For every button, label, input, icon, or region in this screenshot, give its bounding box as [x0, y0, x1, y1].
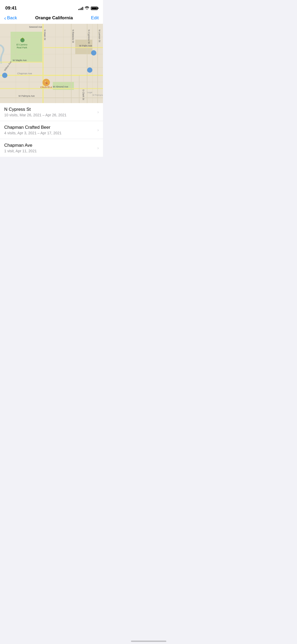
svg-text:W Palmyra Ave: W Palmyra Ave — [18, 95, 35, 97]
status-time: 09:41 — [5, 6, 17, 11]
battery-icon — [91, 7, 98, 10]
status-icons — [78, 6, 98, 10]
svg-text:W Maple Ave: W Maple Ave — [13, 59, 27, 62]
svg-text:N Lemon St: N Lemon St — [98, 30, 101, 42]
list-item-title: Chapman Crafted Beer — [4, 125, 95, 130]
svg-text:Sewood Ave: Sewood Ave — [29, 26, 42, 28]
list-item[interactable]: N Cypress St 10 visits, Mar 26, 2021 – A… — [0, 103, 103, 121]
nav-bar: ‹ Back Orange California Edit — [0, 13, 103, 24]
svg-text:Legal: Legal — [87, 91, 92, 94]
list-item-content: Chapman Crafted Beer 4 visits, Apr 3, 20… — [4, 125, 95, 135]
location-list: N Cypress St 10 visits, Mar 26, 2021 – A… — [0, 103, 103, 157]
svg-text:W Palmyra Ave: W Palmyra Ave — [92, 94, 103, 96]
page-title: Orange California — [35, 15, 73, 21]
list-item[interactable]: Chapman Crafted Beer 4 visits, Apr 3, 20… — [0, 121, 103, 139]
svg-text:N Main St: N Main St — [44, 30, 46, 40]
signal-icon — [78, 6, 83, 10]
svg-text:W Almond Ave: W Almond Ave — [53, 85, 68, 88]
svg-text:N Cypress St: N Cypress St — [88, 30, 90, 44]
svg-point-44 — [2, 73, 7, 78]
list-item-subtitle: 4 visits, Apr 3, 2021 – Apr 17, 2021 — [4, 131, 95, 135]
list-item-title: Chapman Ave — [4, 143, 95, 148]
svg-text:Real Park: Real Park — [17, 46, 27, 49]
list-item-content: Chapman Ave 1 visit, Apr 11, 2021 — [4, 143, 95, 153]
chevron-right-icon: › — [97, 128, 99, 132]
back-button[interactable]: ‹ Back — [4, 15, 17, 21]
svg-text:🌳: 🌳 — [22, 38, 24, 40]
svg-text:🍗: 🍗 — [45, 81, 48, 84]
back-chevron-icon: ‹ — [4, 15, 6, 21]
map-view[interactable]: Willow Ave N Main St N Batavia St N Cypr… — [0, 24, 103, 103]
svg-text:Chapman Ave: Chapman Ave — [17, 72, 32, 75]
list-item[interactable]: Chapman Ave 1 visit, Apr 11, 2021 › — [0, 139, 103, 157]
list-item-title: N Cypress St — [4, 107, 95, 112]
svg-text:W Palm Ave: W Palm Ave — [79, 44, 92, 47]
chevron-right-icon: › — [97, 146, 99, 150]
edit-button[interactable]: Edit — [91, 15, 99, 21]
list-item-subtitle: 10 visits, Mar 26, 2021 – Apr 26, 2021 — [4, 113, 95, 117]
chevron-right-icon: › — [97, 110, 99, 114]
svg-text:El Camino: El Camino — [16, 43, 27, 46]
wifi-icon — [85, 6, 89, 10]
svg-point-45 — [91, 50, 96, 56]
svg-point-46 — [87, 67, 92, 73]
svg-text:Chick-fil-A: Chick-fil-A — [40, 86, 53, 89]
list-item-content: N Cypress St 10 visits, Mar 26, 2021 – A… — [4, 107, 95, 117]
list-item-subtitle: 1 visit, Apr 11, 2021 — [4, 149, 95, 153]
bottom-area — [0, 157, 103, 249]
svg-text:S Clark St: S Clark St — [82, 89, 85, 100]
back-label: Back — [7, 15, 17, 21]
status-bar: 09:41 — [0, 0, 103, 13]
svg-text:N Batavia St: N Batavia St — [72, 30, 74, 43]
